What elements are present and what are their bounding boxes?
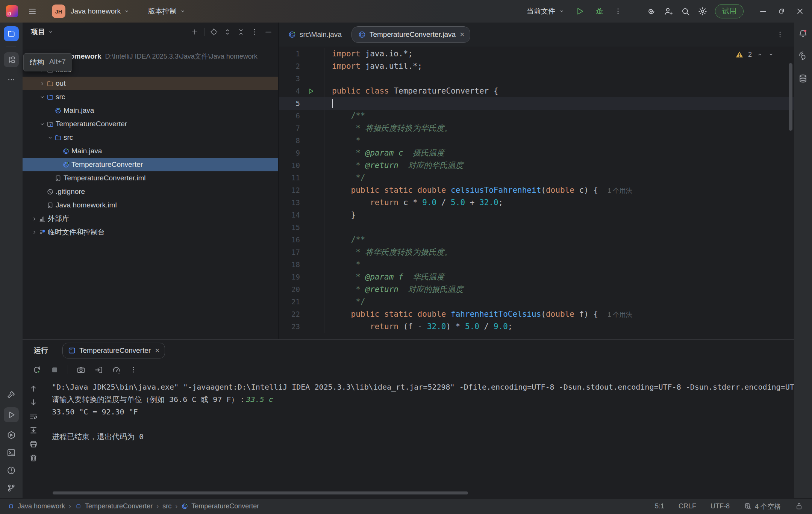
inspections-widget[interactable]: 2 — [735, 50, 774, 59]
code-line-9[interactable]: 9 * @param c 摄氏温度 — [279, 147, 794, 159]
console-output[interactable]: "D:\Java JDK25\bin\java.exe" "-javaagent… — [44, 378, 794, 498]
tree-item-TemperatureConverter[interactable]: TemperatureConverter — [23, 158, 278, 171]
tree-item--[interactable]: 临时文件和控制台 — [23, 225, 278, 239]
code-line-21[interactable]: 21 */ — [279, 296, 794, 308]
tree-item-src[interactable]: src — [23, 131, 278, 144]
trial-badge[interactable]: 试用 — [715, 4, 744, 18]
code-line-17[interactable]: 17 * 将华氏度转换为摄氏度。 — [279, 246, 794, 259]
code-line-22[interactable]: 22 public static double fahrenheitToCels… — [279, 308, 794, 320]
tool-project-button[interactable] — [4, 26, 19, 41]
thread-dump-icon[interactable] — [76, 365, 86, 375]
debug-button[interactable] — [594, 6, 604, 16]
code-line-10[interactable]: 10 * @return 对应的华氏温度 — [279, 159, 794, 172]
code-with-me-icon[interactable] — [664, 6, 673, 16]
tree-item-Java-homework.iml[interactable]: Java homework.iml — [23, 198, 278, 212]
breadcrumb-Java-homework[interactable]: Java homework — [8, 502, 65, 510]
problems-icon[interactable] — [6, 466, 16, 475]
breadcrumb-src[interactable]: src — [162, 502, 171, 510]
expand-all-icon[interactable] — [223, 28, 232, 36]
code-line-6[interactable]: 6 /** — [279, 110, 794, 122]
tool-structure-button[interactable] — [4, 52, 19, 67]
tree-item-Main.java[interactable]: Main.java — [23, 104, 278, 117]
ai-assistant-tool-icon[interactable] — [798, 51, 808, 61]
terminal-icon[interactable] — [6, 448, 16, 458]
breadcrumb-TemperatureConverter[interactable]: TemperatureConverter — [181, 502, 259, 510]
vcs-widget[interactable]: 版本控制 — [148, 6, 186, 16]
tree-item-.gitignore[interactable]: .gitignore — [23, 185, 278, 198]
next-warning-icon[interactable] — [768, 51, 774, 58]
chevron-right-icon[interactable] — [30, 216, 38, 222]
tree-item--[interactable]: 外部库 — [23, 212, 278, 225]
project-avatar[interactable]: JH — [52, 5, 65, 18]
code-line-16[interactable]: 16 /** — [279, 234, 794, 246]
search-everywhere-icon[interactable] — [681, 7, 690, 16]
run-configuration-selector[interactable]: 当前文件 — [527, 6, 565, 16]
more-tool-windows-icon[interactable] — [7, 76, 15, 84]
close-tab-icon[interactable]: × — [460, 30, 465, 39]
code-line-19[interactable]: 19 * @param f 华氏温度 — [279, 271, 794, 283]
code-line-4[interactable]: 4public class TemperatureConverter { — [279, 85, 794, 97]
git-icon[interactable] — [6, 483, 16, 493]
code-line-14[interactable]: 14 } — [279, 209, 794, 221]
code-line-8[interactable]: 8 * — [279, 135, 794, 147]
panel-options-icon[interactable] — [250, 28, 259, 36]
project-panel-title[interactable]: 项目 — [31, 27, 54, 37]
caret-position[interactable]: 5:1 — [655, 502, 664, 510]
code-line-1[interactable]: 1import java.io.*; — [279, 48, 794, 60]
tree-item-TemperatureConverter.iml[interactable]: TemperatureConverter.iml — [23, 171, 278, 185]
stop-icon[interactable] — [50, 365, 59, 375]
ai-assistant-icon[interactable] — [646, 6, 656, 16]
more-actions-icon[interactable] — [614, 7, 622, 15]
collapse-all-icon[interactable] — [237, 28, 245, 36]
code-line-15[interactable]: 15 — [279, 221, 794, 234]
chevron-right-icon[interactable] — [30, 230, 38, 235]
notifications-bell-icon[interactable] — [798, 29, 808, 38]
tab-temperatureconverter-java[interactable]: TemperatureConverter.java × — [351, 26, 470, 43]
chevron-right-icon[interactable] — [38, 81, 46, 86]
close-button[interactable] — [795, 7, 804, 16]
scroll-to-top-icon[interactable] — [29, 384, 38, 393]
build-icon[interactable] — [6, 390, 16, 399]
chevron-down-icon[interactable] — [38, 121, 46, 127]
project-switcher[interactable]: Java homework — [71, 7, 130, 15]
minimize-button[interactable] — [759, 7, 768, 16]
attach-debugger-icon[interactable] — [94, 365, 103, 375]
tree-item-TemperatureConverter[interactable]: TemperatureConverter — [23, 117, 278, 131]
code-line-20[interactable]: 20 * @return 对应的摄氏温度 — [279, 283, 794, 296]
scroll-to-bottom-icon[interactable] — [29, 398, 38, 407]
soft-wrap-icon[interactable] — [29, 412, 38, 421]
restore-button[interactable] — [777, 7, 786, 15]
chevron-down-icon[interactable] — [46, 135, 54, 141]
run-gutter-icon[interactable] — [300, 85, 324, 97]
main-menu-icon[interactable] — [28, 7, 37, 16]
add-icon[interactable] — [191, 28, 199, 36]
prev-warning-icon[interactable] — [756, 51, 763, 58]
settings-gear-icon[interactable] — [698, 6, 707, 16]
clear-console-icon[interactable] — [29, 454, 38, 463]
code-line-12[interactable]: 12 public static double celsiusToFahrenh… — [279, 184, 794, 197]
rerun-icon[interactable] — [32, 365, 42, 375]
tree-item-out[interactable]: out — [23, 77, 278, 90]
code-line-11[interactable]: 11 */ — [279, 172, 794, 184]
code-line-7[interactable]: 7 * 将摄氏度转换为华氏度。 — [279, 122, 794, 135]
tab-main-java[interactable]: src\Main.java — [288, 30, 342, 39]
tree-item-Main.java[interactable]: Main.java — [23, 144, 278, 158]
line-separator[interactable]: CRLF — [679, 502, 696, 510]
code-line-13[interactable]: 13 return c * 9.0 / 5.0 + 32.0; — [279, 197, 794, 209]
print-icon[interactable] — [29, 440, 38, 449]
code-line-3[interactable]: 3 — [279, 73, 794, 85]
indent-setting[interactable]: 4 个空格 — [744, 502, 781, 511]
console-h-scrollbar[interactable] — [53, 491, 468, 494]
run-tab[interactable]: TemperatureConverter × — [62, 343, 165, 358]
code-line-2[interactable]: 2import java.util.*; — [279, 60, 794, 73]
profiler-icon[interactable] — [112, 365, 121, 375]
chevron-down-icon[interactable] — [38, 94, 46, 100]
code-line-23[interactable]: 23 return (f - 32.0) * 5.0 / 9.0; — [279, 320, 794, 333]
select-opened-file-icon[interactable] — [210, 28, 218, 36]
hide-panel-icon[interactable] — [264, 27, 273, 36]
code-line-18[interactable]: 18 * — [279, 259, 794, 271]
code-editor[interactable]: 1import java.io.*;2import java.util.*;34… — [279, 47, 794, 339]
tree-item-src[interactable]: src — [23, 90, 278, 104]
services-icon[interactable] — [6, 430, 16, 440]
tab-options-icon[interactable] — [776, 30, 784, 39]
